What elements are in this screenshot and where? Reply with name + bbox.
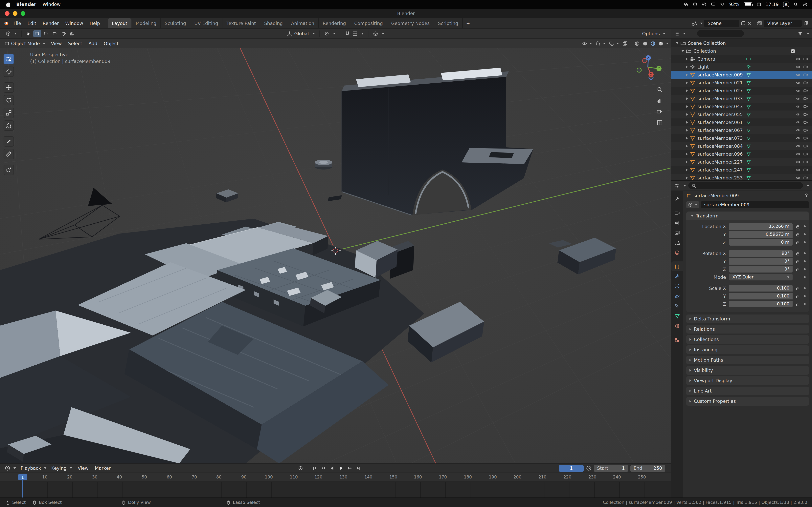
pivot-caret[interactable] (333, 33, 336, 34)
tab-render[interactable] (671, 208, 683, 218)
cursor-tool[interactable] (4, 66, 14, 77)
play-button[interactable] (337, 465, 345, 471)
shading-rendered-icon[interactable] (658, 41, 664, 46)
expand-icon[interactable] (686, 145, 688, 147)
expand-icon[interactable] (686, 177, 688, 179)
outliner-item-scene-collection[interactable]: Scene Collection (671, 39, 812, 47)
hide-in-viewport-icon[interactable] (796, 88, 801, 93)
rotation-mode-dropdown[interactable]: XYZ Euler (729, 274, 793, 280)
expand-icon[interactable] (676, 42, 678, 44)
view-layer-icon[interactable] (757, 20, 762, 26)
outliner-item-camera[interactable]: Camera (671, 55, 812, 63)
outliner-item-mesh[interactable]: surfaceMember.061 (671, 118, 812, 126)
tab-particles[interactable] (671, 281, 683, 291)
rotate-tool[interactable] (4, 95, 14, 105)
lock-icon[interactable] (795, 294, 800, 298)
filter-funnel-icon[interactable] (797, 31, 803, 36)
select-box-tool[interactable] (4, 54, 14, 64)
disable-in-render-icon[interactable] (803, 72, 808, 77)
outliner-item-mesh[interactable]: surfaceMember.021 (671, 79, 812, 87)
tab-layout[interactable]: Layout (108, 18, 132, 28)
annotate-tool[interactable] (4, 136, 14, 147)
overlays-caret[interactable] (616, 43, 619, 44)
timeline-ruler[interactable]: 10 20 30 40 50 60 70 80 90 100 110 120 1… (0, 473, 671, 482)
tab-sculpting[interactable]: Sculpting (161, 18, 190, 28)
blender-logo-icon[interactable] (3, 20, 9, 26)
menu-timeline-view[interactable]: View (74, 465, 92, 471)
disable-in-render-icon[interactable] (803, 136, 808, 140)
move-tool[interactable] (4, 82, 14, 93)
outliner-item-mesh[interactable]: surfaceMember.073 (671, 134, 812, 142)
object-id-button[interactable] (686, 201, 699, 208)
tab-shading[interactable]: Shading (260, 18, 287, 28)
expand-icon[interactable] (686, 98, 688, 100)
scene-name-field[interactable]: Scene (704, 19, 739, 27)
collection-checkbox[interactable] (791, 49, 795, 53)
outliner-item-mesh[interactable]: surfaceMember.247 (671, 166, 812, 174)
lock-icon[interactable] (795, 302, 800, 306)
tab-uv-editing[interactable]: UV Editing (190, 18, 222, 28)
expand-icon[interactable] (686, 153, 688, 155)
lock-icon[interactable] (795, 240, 800, 244)
disable-in-render-icon[interactable] (803, 112, 808, 117)
outliner-item-mesh[interactable]: surfaceMember.043 (671, 103, 812, 111)
tab-geometry-nodes[interactable]: Geometry Nodes (387, 18, 434, 28)
viewport-3d-scene[interactable] (0, 48, 671, 463)
overlays-icon[interactable] (609, 41, 614, 46)
outliner-item-mesh[interactable]: surfaceMember.055 (671, 111, 812, 118)
delete-scene-icon[interactable] (747, 21, 752, 25)
menu-select[interactable]: Select (65, 41, 86, 46)
editor-type-button[interactable] (3, 30, 19, 37)
new-view-layer-icon[interactable] (803, 21, 808, 25)
animate-dot[interactable] (804, 260, 806, 262)
outliner-item-mesh[interactable]: surfaceMember.084 (671, 142, 812, 150)
zoom-view-icon[interactable] (657, 87, 663, 93)
menu-file[interactable]: File (10, 20, 24, 26)
ortho-toggle-icon[interactable] (657, 120, 663, 126)
tab-tool[interactable] (671, 194, 683, 204)
lock-icon[interactable] (795, 251, 800, 256)
light-object[interactable] (315, 160, 332, 170)
proportional-caret[interactable] (382, 33, 384, 34)
properties-options-caret[interactable] (807, 185, 809, 186)
rotation-z-field[interactable]: 0° (729, 266, 793, 273)
outliner-item-light[interactable]: Light (671, 63, 812, 71)
expand-icon[interactable] (686, 105, 688, 108)
object-visibility-icon[interactable] (581, 41, 587, 46)
tab-texture-paint[interactable]: Texture Paint (222, 18, 260, 28)
tab-constraints[interactable] (671, 301, 683, 311)
tab-animation[interactable]: Animation (287, 18, 318, 28)
hide-in-viewport-icon[interactable] (796, 80, 801, 85)
hide-in-viewport-icon[interactable] (796, 160, 801, 164)
pivot-point-icon[interactable] (324, 31, 329, 36)
lock-icon[interactable] (795, 232, 800, 237)
pan-hand-icon[interactable] (657, 98, 663, 104)
disable-in-render-icon[interactable] (803, 152, 808, 157)
snap-caret[interactable] (361, 33, 364, 34)
breadcrumb-object-name[interactable]: surfaceMember.009 (694, 193, 739, 199)
shading-caret[interactable] (666, 43, 668, 44)
expand-icon[interactable] (686, 129, 688, 131)
add-workspace-tab[interactable]: + (462, 20, 473, 26)
disable-in-render-icon[interactable] (803, 175, 808, 180)
lock-icon[interactable] (795, 286, 800, 290)
location-z-field[interactable]: 0 m (729, 239, 793, 245)
outliner-editor-caret[interactable] (683, 33, 686, 34)
expand-icon[interactable] (686, 137, 688, 139)
measure-tool[interactable] (4, 149, 14, 159)
orientation-icon[interactable] (287, 31, 292, 36)
hide-in-viewport-icon[interactable] (796, 65, 801, 69)
section-custom-properties[interactable]: Custom Properties (686, 397, 809, 406)
macos-menu-window[interactable]: Window (43, 2, 61, 7)
xray-toggle-icon[interactable] (622, 41, 628, 46)
expand-icon[interactable] (686, 169, 688, 171)
outliner-editor-icon[interactable] (674, 31, 679, 36)
properties-editor-icon[interactable] (674, 183, 679, 188)
transform-orientation-dropdown[interactable]: Global (294, 31, 309, 36)
hide-in-viewport-icon[interactable] (796, 175, 801, 180)
outliner-item-mesh[interactable]: surfaceMember.227 (671, 158, 812, 166)
transform-panel-header[interactable]: Transform (686, 212, 809, 220)
close-window-button[interactable] (5, 11, 9, 16)
outliner-item-mesh[interactable]: surfaceMember.033 (671, 95, 812, 103)
menubar-extra-icon[interactable] (702, 2, 707, 7)
